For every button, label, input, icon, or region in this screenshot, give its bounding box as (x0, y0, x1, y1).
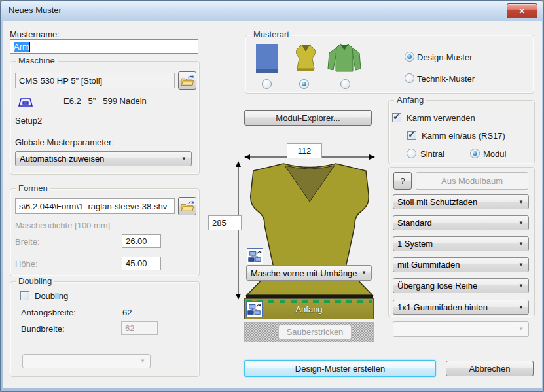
bundbreite-label: Bundbreite: (21, 324, 65, 334)
formen-group-label: Formen (16, 183, 50, 193)
chevron-down-icon: ▼ (518, 199, 524, 205)
kamm-verwenden-checkbox[interactable]: ✓ (392, 113, 401, 122)
technik-muster-radio[interactable] (405, 73, 414, 83)
design-muster-label: Design-Muster (417, 52, 473, 62)
shape-path-field[interactable]: s\6.2.044\Form\1_raglan-sleeve-38.shv (15, 198, 175, 214)
system-value: 1 System (397, 239, 433, 249)
doubling-group-label: Doubling (16, 276, 54, 286)
open-machine-button[interactable] (178, 71, 196, 90)
anfangsbreite-value: 62 (122, 308, 132, 317)
machine-info-text: E6.2 5" 599 Nadeln (63, 96, 147, 106)
modul-radio[interactable] (470, 149, 480, 158)
sintral-label: Sintral (420, 149, 444, 159)
rib-type-dropdown[interactable]: 1x1 Gummifaden hinten ▼ (393, 300, 529, 315)
rib-type-value: 1x1 Gummifaden hinten (397, 302, 488, 312)
chevron-down-icon: ▼ (361, 270, 367, 276)
close-button[interactable]: × (507, 3, 537, 18)
gummifaden-value: mit Gummifaden (397, 260, 460, 270)
fabric-piece-icon (256, 44, 278, 73)
mustername-input[interactable]: Arm (10, 39, 198, 54)
module-icon[interactable] (246, 301, 263, 317)
chevron-down-icon: ▼ (518, 262, 524, 268)
module-blocks-icon (247, 302, 262, 317)
bundbreite-input[interactable]: 62 (121, 321, 158, 335)
uebergang-dropdown[interactable]: Übergang lose Reihe ▼ (393, 278, 529, 293)
machine-name-field: CMS 530 HP 5" [Stoll] (15, 73, 175, 88)
modul-label: Modul (483, 149, 506, 159)
anfangsbreite-label: Anfangsbreite: (21, 308, 76, 317)
shape-width-input[interactable]: 112 (287, 143, 322, 158)
musterart-group: Musterart (245, 35, 534, 94)
extra-dropdown[interactable]: ▼ (393, 321, 529, 337)
sweater-type-radio[interactable] (340, 79, 350, 89)
new-pattern-dialog: Neues Muster × Mustername: Arm Maschine … (0, 0, 544, 392)
hoehe-input[interactable]: 45.00 (122, 257, 161, 270)
kamm-ein-aus-checkbox[interactable]: ✓ (407, 131, 416, 140)
anfang-group-label: Anfang (394, 95, 426, 105)
aus-modulbaum-button[interactable]: Aus Modulbaum (416, 172, 528, 190)
modul-explorer-button[interactable]: Modul-Explorer... (244, 110, 372, 126)
anfang-bar-label: Anfang (295, 304, 322, 314)
breite-input[interactable]: 26.00 (122, 234, 161, 248)
module-icon[interactable] (247, 248, 263, 264)
create-design-pattern-button[interactable]: Design-Muster erstellen (244, 360, 436, 377)
vest-type-radio[interactable] (299, 79, 309, 89)
check-icon: ✓ (393, 111, 401, 122)
shape-height-input[interactable]: 285 (208, 215, 242, 230)
sauberstricken-button[interactable]: Sauberstricken (278, 325, 352, 340)
stitch-type-value: Masche vorne mit Umhänge (251, 268, 357, 278)
check-icon: ✓ (408, 129, 416, 139)
folder-open-icon (180, 200, 194, 213)
standard-value: Standard (397, 218, 432, 228)
global-params-dropdown[interactable]: Automatisch zuweisen ▼ (15, 151, 192, 166)
help-button[interactable]: ? (393, 172, 412, 190)
cast-on-value: Stoll mit Schutzfaden (397, 197, 477, 207)
mustername-label: Mustername: (10, 29, 60, 39)
maschendichte-label: Maschendichte [100 mm] (15, 221, 110, 230)
chevron-down-icon: ▼ (518, 283, 524, 289)
gummifaden-dropdown[interactable]: mit Gummifaden ▼ (393, 257, 529, 272)
hoehe-label: Höhe: (15, 259, 38, 269)
text-caret (29, 42, 30, 52)
vest-icon (293, 43, 319, 73)
global-params-value: Automatisch zuweisen (20, 154, 104, 164)
uebergang-value: Übergang lose Reihe (397, 281, 477, 291)
kamm-ein-aus-label: Kamm ein/aus (RS17) (422, 131, 505, 141)
doubling-dropdown[interactable]: ▼ (22, 354, 151, 368)
chevron-down-icon: ▼ (518, 220, 524, 226)
design-muster-radio[interactable] (405, 52, 414, 62)
kamm-verwenden-label: Kamm verwenden (407, 113, 475, 123)
fabric-type-radio[interactable] (262, 79, 272, 89)
stitch-type-dropdown[interactable]: Masche vorne mit Umhänge ▼ (246, 265, 372, 281)
system-dropdown[interactable]: 1 System ▼ (393, 236, 529, 251)
technik-muster-label: Technik-Muster (417, 74, 475, 84)
folder-open-icon (180, 74, 194, 87)
doubling-checkbox[interactable] (20, 291, 29, 300)
cast-on-dashes (246, 300, 372, 303)
open-shape-button[interactable] (178, 197, 196, 215)
chevron-down-icon: ▼ (518, 304, 524, 310)
doubling-checkbox-label: Doubling (35, 291, 68, 301)
global-params-label: Globale Musterparameter: (15, 137, 114, 147)
maschine-group-label: Maschine (16, 56, 58, 65)
close-icon: × (519, 6, 525, 16)
setup-name-text: Setup2 (15, 116, 42, 126)
knitting-machine-icon (18, 95, 33, 108)
musterart-group-label: Musterart (251, 29, 292, 39)
window-title: Neues Muster (9, 5, 62, 15)
chevron-down-icon: ▼ (518, 241, 524, 247)
chevron-down-icon: ▼ (140, 358, 145, 364)
sweater-icon (327, 43, 362, 73)
height-dimension-arrow (234, 161, 242, 300)
chevron-down-icon: ▼ (181, 156, 187, 162)
module-blocks-icon (247, 249, 263, 264)
anfang-module-bar[interactable]: Anfang (244, 298, 374, 319)
cancel-button[interactable]: Abbrechen (446, 361, 534, 376)
standard-dropdown[interactable]: Standard ▼ (393, 215, 529, 230)
sintral-radio[interactable] (407, 149, 416, 158)
breite-label: Breite: (15, 237, 40, 247)
title-bar: Neues Muster × (1, 1, 543, 21)
chevron-down-icon: ▼ (518, 326, 524, 332)
cast-on-dropdown[interactable]: Stoll mit Schutzfaden ▼ (393, 194, 529, 209)
mustername-selected-text: Arm (14, 42, 29, 52)
